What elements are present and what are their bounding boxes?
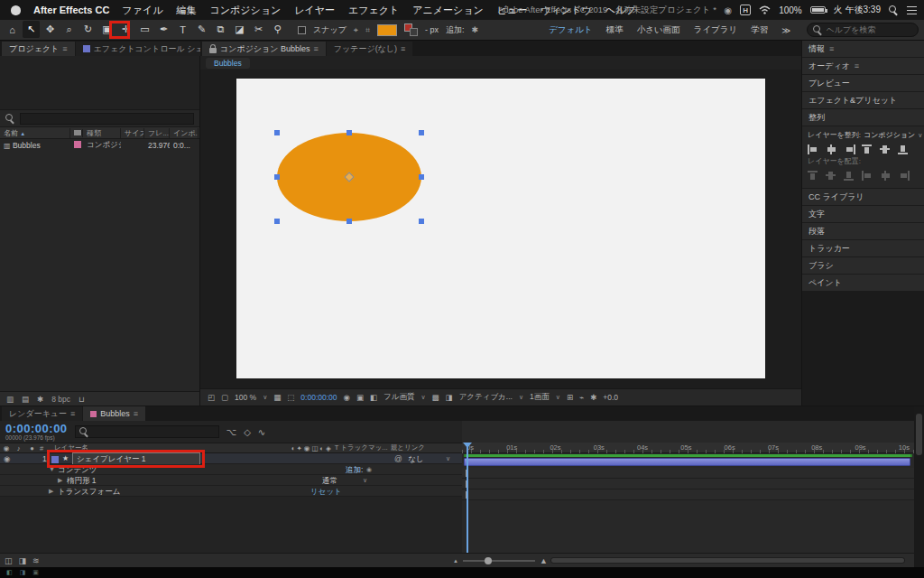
align-right-icon[interactable] <box>844 144 855 154</box>
viewer-settings-icon[interactable]: ✱ <box>590 393 596 402</box>
menu-file[interactable]: ファイル <box>122 4 162 17</box>
transform-group-row[interactable]: ▶ トランスフォーム リセット <box>0 486 462 497</box>
layer-name-field[interactable]: シェイプレイヤー 1 <box>72 452 200 465</box>
hp-display-icon[interactable]: H <box>740 5 751 15</box>
selection-handle-e[interactable] <box>419 174 424 180</box>
exposure-value[interactable]: +0.0 <box>603 393 618 402</box>
twirl-closed-icon[interactable]: ▶ <box>58 475 62 486</box>
align-vertical-center-icon[interactable] <box>880 144 892 154</box>
tab-render-queue[interactable]: レンダーキュー ≡ <box>2 406 82 421</box>
menu-composition[interactable]: コンポジション <box>209 4 281 17</box>
monitor-icon[interactable]: ▢ <box>221 393 228 402</box>
panel-tracker[interactable]: トラッカー <box>802 240 924 256</box>
panel-menu-icon[interactable]: ≡ <box>70 409 75 418</box>
panel-effects-presets[interactable]: エフェクト&プリセット <box>802 92 924 108</box>
fast-previews-icon[interactable]: ⌁ <box>579 393 584 402</box>
shape-tool[interactable]: ▭ <box>136 21 153 38</box>
work-area-bar[interactable] <box>464 454 912 457</box>
zoom-out-mountain-icon[interactable]: ▲ <box>453 558 458 564</box>
quality-column-icon[interactable]: ✦ <box>297 444 302 452</box>
snap-checkbox[interactable] <box>298 26 306 34</box>
ellipse-group-row[interactable]: ▶ 楕円形 1 通常 ∨ <box>0 475 462 486</box>
new-folder-icon[interactable]: ▤ <box>22 395 29 404</box>
hand-tool[interactable]: ✥ <box>42 21 59 38</box>
snap-option-a-icon[interactable]: ⌖ <box>354 25 358 35</box>
chevron-down-icon[interactable]: ∨ <box>556 394 560 401</box>
current-timecode[interactable]: 0:00:00:00 <box>5 424 68 434</box>
layer-label-swatch[interactable] <box>51 456 59 463</box>
panel-menu-icon[interactable]: ≡ <box>855 61 859 70</box>
chevron-down-icon[interactable]: ∨ <box>420 394 425 401</box>
number-column[interactable]: # <box>40 444 51 452</box>
panel-align[interactable]: 整列 <box>802 109 924 126</box>
workspace-small-screen[interactable]: 小さい画面 <box>637 24 680 36</box>
region-of-interest-icon[interactable]: ⬚ <box>287 393 294 402</box>
expand-in-out-panes-icon[interactable]: ≋ <box>32 556 40 565</box>
zoom-slider-track[interactable] <box>463 560 535 562</box>
camera-tool[interactable]: ▣ <box>98 21 116 38</box>
spotlight-icon[interactable] <box>889 5 899 15</box>
shy-column-icon[interactable]: ◖ <box>291 444 295 452</box>
twirl-closed-icon[interactable]: ▶ <box>49 486 53 497</box>
comp-breadcrumb-bubbles[interactable]: Bubbles <box>206 58 250 69</box>
menu-layer[interactable]: レイヤー <box>294 4 335 17</box>
parent-pickwhip-icon[interactable]: @ <box>394 453 402 464</box>
composition-mini-flowchart-icon[interactable]: ⌥ <box>226 427 237 437</box>
column-size[interactable]: サイズ <box>121 128 144 138</box>
timecode-block[interactable]: 0:00:00:00 00000 (23.976 fps) <box>5 424 68 441</box>
project-search-input[interactable] <box>21 115 193 124</box>
adjustment-column-icon[interactable]: ◐ <box>319 444 324 452</box>
expand-transfer-controls-icon[interactable]: ◨ <box>19 556 27 565</box>
help-search[interactable] <box>807 23 919 37</box>
help-search-input[interactable] <box>827 25 912 34</box>
zoom-level[interactable]: 100 % <box>235 393 256 402</box>
viewer-lock-icon[interactable] <box>209 48 217 53</box>
timeline-horizontal-scrollbar[interactable] <box>550 557 905 564</box>
snap-option-b-icon[interactable]: ⌗ <box>365 25 370 35</box>
rotation-tool[interactable]: ↻ <box>79 21 97 38</box>
menubar-clock[interactable]: 火 午後3:39 <box>834 4 881 16</box>
pixel-aspect-icon[interactable]: ⊞ <box>567 393 573 402</box>
comp-timecode[interactable]: 0:00:00:00 <box>300 393 337 402</box>
align-bottom-icon[interactable] <box>898 144 910 154</box>
pen-tool[interactable]: ✒ <box>155 21 172 38</box>
panel-info[interactable]: 情報≡ <box>802 41 924 57</box>
track-matte-column[interactable]: T トラックマッ... <box>335 443 391 452</box>
workspace-standard[interactable]: 標準 <box>606 24 624 36</box>
current-time-indicator[interactable] <box>467 443 468 553</box>
layer-duration-bar[interactable] <box>464 458 910 466</box>
comp-viewer[interactable] <box>200 70 801 388</box>
workspace-default[interactable]: デフォルト <box>549 24 593 36</box>
zoom-in-mountain-icon[interactable]: ▲ <box>540 556 548 565</box>
parent-dropdown[interactable]: なし <box>408 453 423 464</box>
resolution-dropdown[interactable]: フル画質 <box>383 392 414 403</box>
show-snapshot-icon[interactable]: ▣ <box>356 393 364 402</box>
transparency-grid-icon[interactable]: ▩ <box>432 393 439 402</box>
zoom-tool[interactable]: ⌕ <box>60 21 78 38</box>
layer-name-column[interactable]: レイヤー名 <box>51 443 291 452</box>
draft-3d-icon[interactable]: ◇ <box>244 427 251 437</box>
puppet-pin-tool[interactable]: ⚲ <box>269 21 286 38</box>
align-horizontal-center-icon[interactable] <box>826 144 837 154</box>
column-type[interactable]: 種類 <box>83 128 121 138</box>
panel-menu-icon[interactable]: ≡ <box>62 44 67 53</box>
add-property-icon[interactable]: ◉ <box>366 464 372 475</box>
panel-character[interactable]: 文字 <box>802 206 924 222</box>
item-label-cell[interactable] <box>70 141 83 150</box>
column-import[interactable]: インポ... <box>170 128 199 138</box>
project-item-bubbles[interactable]: ▥ Bubbles コンポジション 23.976 0:0... <box>0 139 199 152</box>
column-fps[interactable]: フレ... <box>144 128 170 138</box>
battery-icon[interactable] <box>810 6 826 14</box>
comp-canvas[interactable] <box>236 79 765 378</box>
stroke-width-value[interactable]: - px <box>425 25 439 34</box>
tab-composition[interactable]: コンポジション Bubbles ≡ <box>202 42 326 56</box>
add-shape-icon[interactable]: ✱ <box>472 25 479 34</box>
notification-center-icon[interactable] <box>907 6 917 14</box>
home-tool[interactable]: ⌂ <box>4 21 21 38</box>
selection-handle-nw[interactable] <box>274 130 280 135</box>
add-shape-label[interactable]: 追加: <box>446 24 465 36</box>
tab-timeline-bubbles[interactable]: Bubbles ≡ <box>83 406 145 421</box>
motion-blur-column-icon[interactable]: ◉ <box>304 444 310 452</box>
project-search-field[interactable] <box>20 113 194 125</box>
blend-mode-dropdown[interactable]: 通常 <box>322 475 337 486</box>
